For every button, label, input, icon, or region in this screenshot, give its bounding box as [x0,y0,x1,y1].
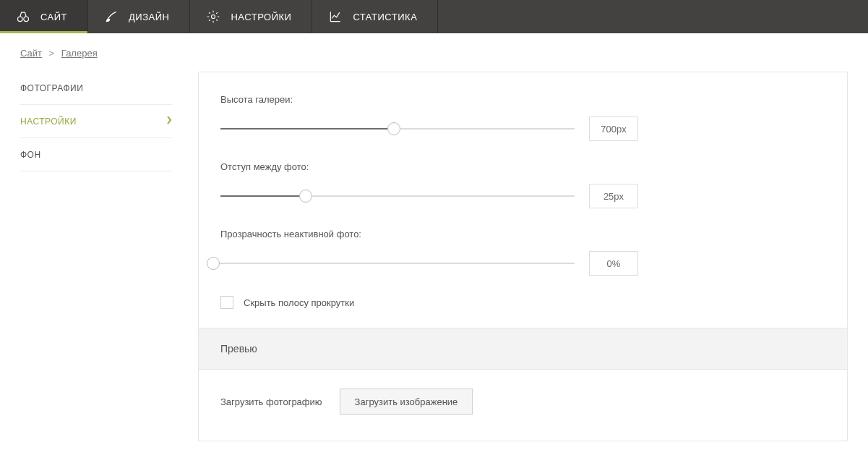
slider-photo-gap[interactable] [220,190,575,202]
slider-thumb[interactable] [387,122,400,135]
breadcrumb-link-gallery[interactable]: Галерея [61,48,98,59]
sidemenu-item-label: НАСТРОЙКИ [20,116,77,127]
gear-icon [206,9,220,24]
sidemenu-item-label: ФОН [20,150,41,160]
upload-button[interactable]: Загрузить изображение [340,389,473,415]
brush-icon [104,9,119,24]
sidemenu-item-label: ФОТОГРАФИИ [20,83,83,93]
field-inactive-opacity: Прозрачность неактивной фото: 0% [220,229,825,276]
preview-section-header: Превью [199,328,847,369]
settings-section: Высота галереи: 700px Отступ между фото: [199,72,847,328]
checkbox-label: Скрыть полосу прокрутки [244,297,354,308]
section-title-preview: Превью [220,343,825,355]
nav-label: САЙТ [40,12,67,22]
sidemenu-item-background[interactable]: ФОН [20,138,172,171]
slider-thumb[interactable] [299,190,312,203]
nav-settings[interactable]: НАСТРОЙКИ [190,0,312,33]
side-menu: ФОТОГРАФИИ НАСТРОЙКИ ФОН [20,72,172,171]
field-label: Высота галереи: [220,94,825,105]
slider-gallery-height[interactable] [220,123,575,135]
chevron-right-icon [166,116,172,127]
nav-design[interactable]: ДИЗАЙН [88,0,190,33]
svg-point-0 [18,17,23,22]
nav-site[interactable]: САЙТ [0,0,88,33]
svg-point-1 [24,17,29,22]
breadcrumb-link-site[interactable]: Сайт [20,48,42,59]
top-nav: САЙТ ДИЗАЙН НАСТРОЙКИ СТАТИСТИКА [0,0,868,33]
field-gallery-height: Высота галереи: 700px [220,94,825,141]
slider-inactive-opacity[interactable] [213,258,575,269]
binoculars-icon [16,9,30,24]
nav-label: ДИЗАЙН [129,12,169,22]
value-photo-gap: 25px [589,184,638,208]
field-label: Отступ между фото: [220,161,825,172]
sidemenu-item-settings[interactable]: НАСТРОЙКИ [20,105,172,138]
sidemenu-item-photos[interactable]: ФОТОГРАФИИ [20,72,172,105]
slider-fill [220,128,394,130]
slider-fill [220,195,306,197]
field-hide-scrollbar: Скрыть полосу прокрутки [220,296,825,309]
field-label: Прозрачность неактивной фото: [220,229,825,239]
settings-panel: Высота галереи: 700px Отступ между фото: [198,72,848,441]
nav-label: СТАТИСТИКА [353,12,417,22]
checkbox-hide-scrollbar[interactable] [220,296,233,309]
svg-point-2 [212,15,215,19]
slider-thumb[interactable] [207,257,220,270]
nav-label: НАСТРОЙКИ [231,12,291,22]
chart-icon [328,9,343,24]
nav-statistics[interactable]: СТАТИСТИКА [312,0,438,33]
breadcrumb-separator: > [49,48,55,59]
upload-section: Загрузить фотографию Загрузить изображен… [199,369,847,441]
upload-label: Загрузить фотографию [220,396,322,407]
value-inactive-opacity: 0% [589,251,638,276]
value-gallery-height: 700px [589,116,638,141]
breadcrumb: Сайт > Галерея [20,48,848,59]
field-photo-gap: Отступ между фото: 25px [220,161,825,208]
